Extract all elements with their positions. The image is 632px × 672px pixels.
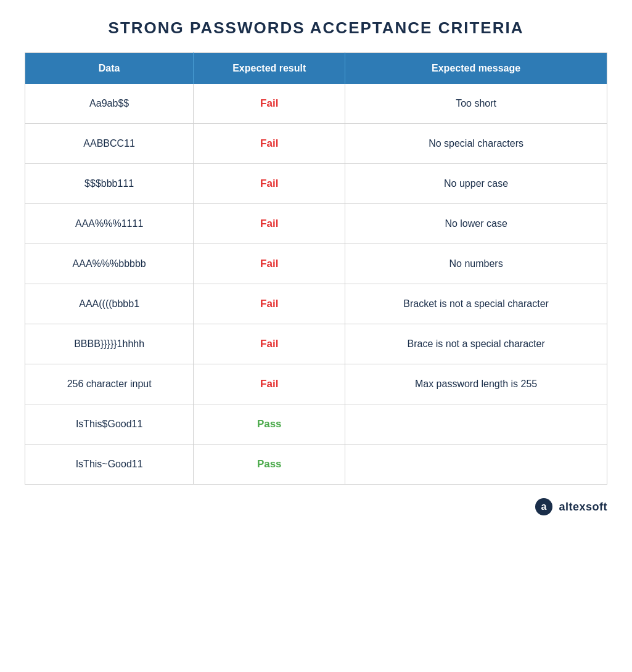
cell-message xyxy=(345,404,607,445)
result-fail-label: Fail xyxy=(260,97,278,109)
cell-data: AAA%%%bbbbb xyxy=(25,244,194,284)
result-fail-label: Fail xyxy=(260,258,278,269)
cell-result: Fail xyxy=(194,284,345,324)
altexsoft-logo-icon: a xyxy=(534,497,554,517)
cell-data: AABBCC11 xyxy=(25,124,194,164)
cell-result: Pass xyxy=(194,404,345,445)
altexsoft-logo-text: altexsoft xyxy=(559,501,607,514)
cell-data: IsThis~Good11 xyxy=(25,445,194,485)
result-fail-label: Fail xyxy=(260,218,278,229)
footer: a altexsoft xyxy=(25,497,607,517)
result-pass-label: Pass xyxy=(257,418,282,430)
result-fail-label: Fail xyxy=(260,137,278,149)
cell-result: Fail xyxy=(194,244,345,284)
table-row: AAA((((bbbb1FailBracket is not a special… xyxy=(25,284,607,324)
table-body: Aa9ab$$FailToo shortAABBCC11FailNo speci… xyxy=(25,84,607,485)
cell-data: IsThis$Good11 xyxy=(25,404,194,445)
cell-result: Fail xyxy=(194,124,345,164)
criteria-table: Data Expected result Expected message Aa… xyxy=(25,52,607,485)
cell-data: AAA%%%1111 xyxy=(25,204,194,244)
table-row: AAA%%%1111FailNo lower case xyxy=(25,204,607,244)
table-row: Aa9ab$$FailToo short xyxy=(25,84,607,124)
cell-data: $$$bbb111 xyxy=(25,164,194,204)
svg-text:a: a xyxy=(541,501,547,512)
cell-data: 256 character input xyxy=(25,364,194,404)
header-row: Data Expected result Expected message xyxy=(25,53,607,84)
result-fail-label: Fail xyxy=(260,378,278,390)
table-row: 256 character inputFailMax password leng… xyxy=(25,364,607,404)
cell-result: Fail xyxy=(194,204,345,244)
cell-message xyxy=(345,445,607,485)
cell-data: AAA((((bbbb1 xyxy=(25,284,194,324)
cell-message: Bracket is not a special character xyxy=(345,284,607,324)
cell-data: Aa9ab$$ xyxy=(25,84,194,124)
cell-result: Fail xyxy=(194,84,345,124)
table-row: IsThis~Good11Pass xyxy=(25,445,607,485)
cell-message: Brace is not a special character xyxy=(345,324,607,364)
table-row: AAA%%%bbbbbFailNo numbers xyxy=(25,244,607,284)
cell-message: Too short xyxy=(345,84,607,124)
table-row: AABBCC11FailNo special characters xyxy=(25,124,607,164)
cell-message: Max password length is 255 xyxy=(345,364,607,404)
cell-result: Pass xyxy=(194,445,345,485)
col-header-message: Expected message xyxy=(345,53,607,84)
cell-result: Fail xyxy=(194,164,345,204)
result-fail-label: Fail xyxy=(260,178,278,189)
col-header-data: Data xyxy=(25,53,194,84)
table-header: Data Expected result Expected message xyxy=(25,53,607,84)
table-row: IsThis$Good11Pass xyxy=(25,404,607,445)
result-fail-label: Fail xyxy=(260,298,278,309)
cell-message: No special characters xyxy=(345,124,607,164)
col-header-result: Expected result xyxy=(194,53,345,84)
cell-result: Fail xyxy=(194,364,345,404)
result-fail-label: Fail xyxy=(260,338,278,350)
table-row: $$$bbb111FailNo upper case xyxy=(25,164,607,204)
page-container: STRONG PASSWORDS ACCEPTANCE CRITERIA Dat… xyxy=(25,18,607,517)
cell-message: No lower case xyxy=(345,204,607,244)
table-row: BBBB}}}}}1hhhhFailBrace is not a special… xyxy=(25,324,607,364)
cell-message: No numbers xyxy=(345,244,607,284)
cell-message: No upper case xyxy=(345,164,607,204)
cell-data: BBBB}}}}}1hhhh xyxy=(25,324,194,364)
result-pass-label: Pass xyxy=(257,458,282,470)
cell-result: Fail xyxy=(194,324,345,364)
page-title: STRONG PASSWORDS ACCEPTANCE CRITERIA xyxy=(25,18,607,38)
